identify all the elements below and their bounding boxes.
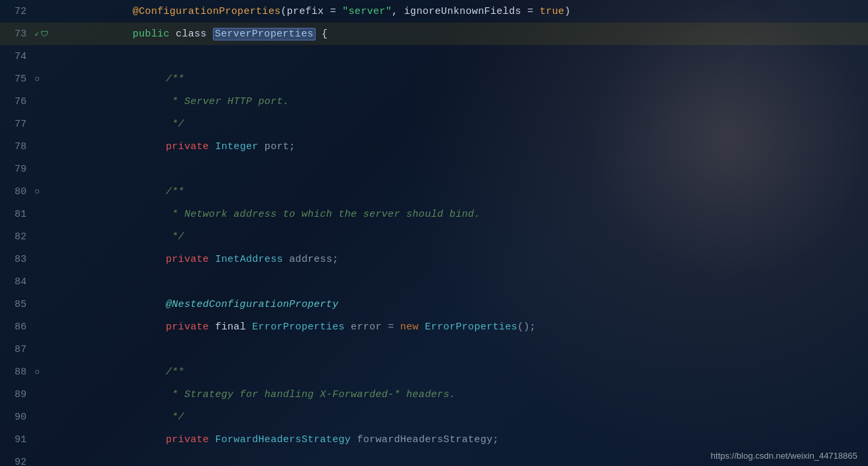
code-line-84: 84 [0,270,868,293]
code-line-73: 73✓🛡public class ServerProperties { [0,23,868,45]
line-content: private Integer port; [54,141,868,152]
code-line-91: 91private ForwardHeadersStrategy forward… [0,428,868,451]
line-number: 83 [0,254,34,265]
code-token: /** [166,186,184,198]
code-token: */ [166,119,184,130]
line-icons: ○ [34,74,54,84]
code-token: InetAddress [215,254,282,265]
code-token: ForwardHeadersStrategy [215,434,351,445]
line-content: private final ErrorProperties error = ne… [54,321,868,333]
line-number: 89 [0,389,34,400]
line-number: 82 [0,231,34,243]
code-line-85: 85@NestedConfigurationProperty [0,293,868,316]
code-token: class [170,29,213,40]
circle-icon: ○ [34,74,40,84]
line-number: 76 [0,96,34,107]
code-token: */ [166,231,184,243]
code-line-80: 80○/** [0,180,868,203]
code-line-83: 83private InetAddress address; [0,248,868,270]
line-number: 84 [0,276,34,288]
code-token: forwardHeadersStrategy; [351,434,499,445]
code-token: * Network address to which the server sh… [166,209,480,220]
line-number: 75 [0,74,34,85]
code-line-87: 87 [0,338,868,361]
line-content: private ForwardHeadersStrategy forwardHe… [54,434,868,445]
code-token: ErrorProperties [425,321,518,333]
code-token: * Server HTTP port. [166,96,289,107]
code-token: */ [166,412,184,423]
code-line-82: 82 */ [0,225,868,248]
code-line-81: 81 * Network address to which the server… [0,203,868,225]
code-token: , ignoreUnknownFields = [392,6,540,17]
code-line-75: 75○/** [0,68,868,90]
code-line-79: 79 [0,158,868,180]
line-icons: ○ [34,186,54,197]
code-line-77: 77 */ [0,113,868,135]
line-number: 92 [0,457,34,467]
line-content: /** [54,367,868,378]
code-container: 72@ConfigurationProperties(prefix = "ser… [0,0,868,466]
code-line-72: 72@ConfigurationProperties(prefix = "ser… [0,0,868,23]
code-token: true [540,6,564,17]
code-token: port; [259,141,296,152]
code-token: private [166,141,209,152]
line-number: 73 [0,29,34,40]
line-content: @NestedConfigurationProperty [54,299,868,310]
code-line-86: 86private final ErrorProperties error = … [0,316,868,338]
code-token: ErrorProperties [252,321,345,333]
line-number: 88 [0,367,34,378]
code-line-78: 78private Integer port; [0,135,868,158]
code-line-74: 74 [0,45,868,68]
code-token: ) [564,6,570,17]
line-content: /** [54,74,868,85]
line-icons: ✓🛡 [34,29,54,39]
line-number: 79 [0,164,34,175]
line-content: public class ServerProperties { [54,29,868,40]
line-number: 85 [0,299,34,310]
line-number: 81 [0,209,34,220]
code-token: @NestedConfigurationProperty [166,299,338,310]
class-name-highlight: ServerProperties [213,28,316,40]
line-content: * Strategy for handling X-Forwarded-* he… [54,389,868,400]
line-number: 72 [0,6,34,17]
code-line-76: 76 * Server HTTP port. [0,90,868,113]
code-token: private [166,254,209,265]
code-token: "server" [342,6,391,17]
circle-icon: ○ [34,367,40,377]
line-number: 86 [0,321,34,333]
line-content: * Server HTTP port. [54,96,868,107]
line-content: */ [54,119,868,130]
line-content: */ [54,231,868,243]
code-token: /** [166,367,184,378]
code-token: /** [166,74,184,85]
circle-icon: ○ [34,186,40,197]
line-number: 87 [0,344,34,355]
code-line-89: 89 * Strategy for handling X-Forwarded-*… [0,383,868,406]
tick-icon: ✓ [34,30,39,38]
code-token: error = [345,321,401,333]
code-token: (prefix = [280,6,342,17]
code-token [418,321,424,333]
code-line-90: 90 */ [0,406,868,428]
line-number: 80 [0,186,34,198]
code-token: { [316,29,328,40]
code-token: private [166,434,209,445]
line-number: 90 [0,412,34,423]
code-token: address; [283,254,339,265]
code-line-88: 88○/** [0,361,868,383]
code-token: @ConfigurationProperties [133,6,280,17]
code-token: final [209,321,252,333]
code-token: Integer [215,141,258,152]
line-icons: ○ [34,367,54,377]
line-content: */ [54,412,868,423]
code-token: * Strategy for handling X-Forwarded-* he… [166,389,456,400]
line-content: * Network address to which the server sh… [54,209,868,220]
line-number: 74 [0,51,34,62]
code-token: public [133,29,170,40]
shield-icon: 🛡 [40,29,48,39]
line-number: 91 [0,434,34,445]
code-token: new [401,321,419,333]
url-bar: https://blog.csdn.net/weixin_44718865 [711,451,857,461]
line-number: 77 [0,119,34,130]
line-content: private InetAddress address; [54,254,868,265]
